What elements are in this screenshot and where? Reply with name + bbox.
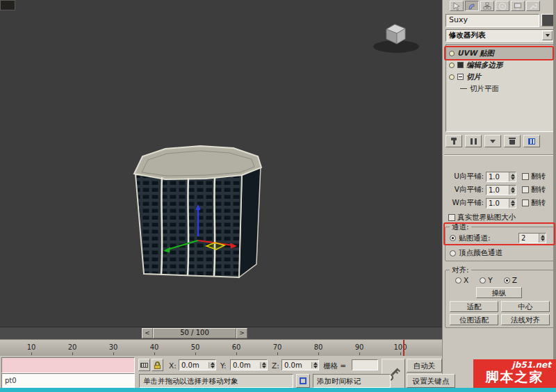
x-coordinate-value[interactable]: 0.0m (179, 361, 208, 369)
time-slider-value[interactable]: 50 / 100 (153, 328, 236, 338)
u-tile-spinner[interactable]: 1.0 (486, 172, 516, 182)
tab-utilities[interactable] (526, 1, 540, 11)
next-frame-button[interactable]: > (236, 328, 247, 338)
w-tile-spin-arrows[interactable] (509, 199, 516, 208)
fit-button[interactable]: 适配 (450, 301, 498, 312)
track-bar[interactable]: 10 20 30 40 50 60 70 80 90 100 (0, 339, 442, 356)
visibility-bulb-icon[interactable] (449, 51, 455, 56)
time-slider[interactable]: < 50 / 100 > (142, 328, 247, 338)
panel-scrollbar[interactable] (553, 0, 556, 392)
modifier-list-dropdown[interactable]: 修改器列表 (445, 29, 554, 42)
w-tile-spinner[interactable]: 1.0 (486, 198, 516, 209)
w-flip-checkbox[interactable] (522, 199, 529, 206)
time-tag-icon-button[interactable] (296, 374, 310, 388)
keyboard-override-button[interactable] (138, 359, 150, 371)
z-spin-arrows[interactable] (311, 362, 318, 368)
y-coordinate-field[interactable]: 0.0m (230, 359, 268, 370)
listener-line[interactable]: pt0 (1, 373, 135, 389)
normal-align-button[interactable]: 法线对齐 (501, 314, 550, 325)
command-panel-tabs (443, 0, 554, 12)
v-tile-value[interactable]: 1.0 (486, 186, 509, 195)
show-end-result-button[interactable] (465, 135, 482, 147)
maxscript-mini-listener[interactable]: pt0 (1, 357, 135, 389)
map-channel-value[interactable]: 2 (519, 234, 539, 243)
real-world-checkbox[interactable] (448, 214, 455, 221)
x-spin-arrows[interactable] (208, 362, 215, 368)
map-channel-radio[interactable] (450, 235, 456, 241)
w-tile-value[interactable]: 1.0 (486, 199, 509, 208)
map-channel-spinner[interactable]: 2 (518, 233, 546, 243)
stack-item-slice[interactable]: 切片 (446, 71, 553, 83)
stack-item-uvw-map[interactable]: UVW 贴图 (446, 47, 553, 59)
auto-key-button[interactable]: 自动关 (407, 359, 442, 373)
remove-modifier-button[interactable] (504, 135, 521, 147)
x-coordinate-field[interactable]: 0.0m (179, 359, 216, 370)
add-time-tag-field[interactable]: 添加时间标记 (313, 374, 391, 388)
previous-frame-button[interactable]: < (142, 328, 153, 338)
expand-icon[interactable] (457, 62, 464, 68)
visibility-bulb-icon[interactable] (449, 63, 455, 68)
object-color-swatch[interactable] (541, 14, 554, 26)
visibility-bulb-icon[interactable] (449, 74, 455, 80)
building-model[interactable] (124, 138, 273, 287)
tab-modify[interactable] (465, 1, 479, 11)
tab-hierarchy[interactable] (480, 1, 494, 11)
align-z-radio[interactable] (504, 277, 510, 284)
z-coordinate-value[interactable]: 0.0m (282, 361, 311, 369)
align-y-cell[interactable]: Y (480, 276, 492, 284)
y-coordinate-label: Y: (220, 361, 227, 370)
stack-item-label[interactable]: UVW 贴图 (457, 49, 494, 58)
macro-recorder-line[interactable] (1, 357, 135, 373)
map-channel-label: 贴图通道: (459, 234, 491, 243)
map-channel-spin-arrows[interactable] (539, 234, 546, 243)
stack-item-label[interactable]: 切片平面 (470, 84, 499, 94)
tab-display[interactable] (511, 1, 525, 11)
selection-lock-button[interactable] (152, 359, 163, 371)
manipulate-button[interactable]: 操纵 (476, 287, 522, 298)
ruler-tick (359, 352, 360, 355)
z-coordinate-field[interactable]: 0.0m (281, 359, 319, 370)
ruler-tick (400, 352, 401, 355)
grid-size-field[interactable] (352, 359, 378, 370)
vertex-color-radio[interactable] (450, 250, 456, 256)
v-tile-spin-arrows[interactable] (509, 186, 516, 195)
y-coordinate-value[interactable]: 0.0m (231, 361, 260, 369)
make-unique-button[interactable] (484, 135, 501, 147)
u-tile-row: U向平铺: 1.0 翻转 (445, 171, 554, 182)
u-flip-checkbox[interactable] (522, 173, 529, 180)
center-button[interactable]: 中心 (501, 301, 550, 312)
object-name-field[interactable]: Suxy (445, 14, 539, 27)
bitmap-fit-button[interactable]: 位图适配 (450, 314, 498, 325)
time-slider-track[interactable]: < 50 / 100 > (0, 327, 442, 339)
align-z-cell[interactable]: Z (504, 276, 517, 284)
v-tile-spinner[interactable]: 1.0 (486, 185, 516, 195)
pin-stack-button[interactable] (445, 135, 462, 147)
tab-create[interactable] (450, 1, 464, 11)
v-flip-label: 翻转 (531, 185, 546, 195)
collapse-icon[interactable] (457, 74, 464, 80)
set-key-mode-button[interactable]: 设置关键点 (407, 374, 455, 388)
u-tile-value[interactable]: 1.0 (486, 172, 509, 181)
stack-item-edit-poly[interactable]: 编辑多边形 (446, 59, 553, 71)
stack-item-label[interactable]: 编辑多边形 (466, 60, 503, 70)
viewport[interactable] (0, 0, 442, 327)
v-flip-checkbox[interactable] (522, 186, 529, 193)
align-x-cell[interactable]: X (455, 276, 468, 284)
configure-modifier-sets-button[interactable] (523, 135, 540, 147)
chevron-down-icon (546, 34, 550, 37)
frame-number: 40 (150, 343, 159, 351)
y-spin-arrows[interactable] (260, 362, 267, 368)
frame-number: 20 (68, 343, 77, 351)
v-tile-label: V向平铺: (445, 185, 486, 195)
tab-motion[interactable] (496, 1, 509, 11)
stack-item-slice-plane[interactable]: 切片平面 (446, 83, 553, 95)
u-flip-label: 翻转 (531, 172, 546, 181)
viewcube[interactable] (367, 15, 426, 56)
u-tile-spin-arrows[interactable] (509, 172, 516, 181)
dropdown-button[interactable] (542, 31, 553, 40)
align-y-radio[interactable] (480, 277, 486, 284)
align-x-radio[interactable] (455, 277, 461, 284)
modifier-stack[interactable]: UVW 贴图 编辑多边形 切片 切片平面 (445, 44, 554, 132)
stack-item-label[interactable]: 切片 (466, 72, 481, 82)
ruler-tick (277, 352, 278, 355)
